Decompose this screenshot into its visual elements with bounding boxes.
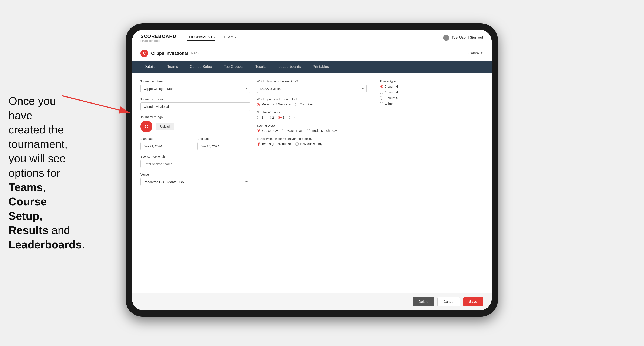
tournament-name-label: Tournament name — [140, 98, 250, 101]
format-type-radio-group: 5 count 4 6 count 4 6 count 5 — [380, 85, 483, 105]
scoring-medal-radio[interactable] — [307, 129, 310, 132]
scoring-match[interactable]: Match Play — [282, 129, 302, 132]
tab-printables[interactable]: Printables — [307, 61, 335, 73]
logo-area: SCOREBOARD Powered by clippd — [140, 34, 176, 42]
user-text[interactable]: Test User | Sign out — [452, 35, 483, 39]
rounds-1-radio[interactable] — [257, 116, 260, 119]
rounds-2[interactable]: 2 — [268, 116, 274, 119]
delete-button[interactable]: Delete — [413, 297, 434, 307]
rounds-4-radio[interactable] — [289, 116, 292, 119]
format-other[interactable]: Other — [380, 102, 483, 105]
scoring-medal[interactable]: Medal Match Play — [307, 129, 337, 132]
tournament-host-label: Tournament Host — [140, 80, 250, 83]
form-col2: Which division is the event for? NCAA Di… — [257, 80, 367, 191]
logo-upload-row: C Upload — [140, 121, 250, 132]
rounds-group: Number of rounds 1 2 — [257, 111, 367, 119]
cancel-button[interactable]: Cancel — [437, 297, 460, 307]
tournament-header: C Clippd Invitational (Men) Cancel X — [132, 46, 492, 61]
scoring-stroke-label: Stroke Play — [262, 129, 278, 132]
format-6count4[interactable]: 6 count 4 — [380, 90, 483, 94]
format-5count4[interactable]: 5 count 4 — [380, 85, 483, 88]
scoring-group: Scoring system Stroke Play Match Play — [257, 124, 367, 132]
rounds-2-radio[interactable] — [268, 116, 271, 119]
upload-button[interactable]: Upload — [156, 123, 174, 130]
scoring-stroke[interactable]: Stroke Play — [257, 129, 278, 132]
tab-results[interactable]: Results — [248, 61, 273, 73]
teams-individuals-radio-group: Teams (+Individuals) Individuals Only — [257, 142, 367, 146]
tab-course-setup[interactable]: Course Setup — [184, 61, 218, 73]
end-date-input[interactable] — [198, 142, 250, 150]
venue-select[interactable]: Peachtree GC - Atlanta - GA — [140, 178, 250, 186]
scoring-stroke-radio[interactable] — [257, 129, 260, 132]
tournament-icon: C — [140, 49, 148, 57]
top-bar: SCOREBOARD Powered by clippd TOURNAMENTS… — [132, 30, 492, 46]
tablet-screen: SCOREBOARD Powered by clippd TOURNAMENTS… — [132, 30, 492, 310]
format-6count4-radio[interactable] — [380, 91, 383, 94]
tournament-name-input[interactable] — [140, 102, 250, 111]
tournament-logo-label: Tournament logo — [140, 115, 250, 119]
gender-womens-label: Womens — [278, 102, 291, 106]
save-button[interactable]: Save — [463, 297, 483, 307]
gender-mens-radio[interactable] — [257, 103, 260, 106]
tab-tee-groups[interactable]: Tee Groups — [218, 61, 248, 73]
format-other-radio[interactable] — [380, 102, 383, 105]
gender-group: Which gender is the event for? Mens Wome… — [257, 98, 367, 106]
format-5count4-radio[interactable] — [380, 85, 383, 88]
individuals-only[interactable]: Individuals Only — [295, 142, 322, 146]
teams-plus-label: Teams (+Individuals) — [262, 142, 291, 146]
sponsor-label: Sponsor (optional) — [140, 155, 250, 158]
gender-mens[interactable]: Mens — [257, 102, 270, 106]
format-type-label: Format type — [380, 80, 483, 83]
teams-plus-radio[interactable] — [257, 142, 260, 146]
cancel-header-button[interactable]: Cancel X — [468, 51, 483, 55]
division-select[interactable]: NCAA Division III — [257, 85, 367, 93]
logo-sub: Powered by clippd — [140, 39, 176, 42]
tournament-host-select[interactable]: Clippd College - Men — [140, 85, 250, 93]
gender-womens[interactable]: Womens — [274, 102, 291, 106]
gender-radio-group: Mens Womens Combined — [257, 102, 367, 106]
gender-combined[interactable]: Combined — [295, 102, 314, 106]
format-5count4-label: 5 count 4 — [385, 85, 398, 88]
instruction-text: Once you have created the tournament, yo… — [0, 85, 90, 261]
tab-details[interactable]: Details — [138, 61, 161, 73]
rounds-3-radio[interactable] — [278, 116, 282, 119]
scoring-match-radio[interactable] — [282, 129, 286, 132]
individuals-only-radio[interactable] — [295, 142, 298, 146]
date-row: Start date End date — [140, 137, 250, 155]
start-date-group: Start date — [140, 137, 193, 150]
nav-tournaments[interactable]: TOURNAMENTS — [187, 35, 215, 41]
gender-womens-radio[interactable] — [274, 103, 277, 106]
tab-leaderboards[interactable]: Leaderboards — [273, 61, 307, 73]
nav-teams[interactable]: TEAMS — [224, 35, 236, 41]
rounds-1[interactable]: 1 — [257, 116, 263, 119]
rounds-3[interactable]: 3 — [278, 116, 284, 119]
scoring-medal-label: Medal Match Play — [312, 129, 337, 132]
tab-teams[interactable]: Teams — [161, 61, 184, 73]
logo-text: SCOREBOARD — [140, 34, 176, 39]
tournament-host-group: Tournament Host Clippd College - Men — [140, 80, 250, 93]
format-6count5[interactable]: 6 count 5 — [380, 96, 483, 100]
gender-combined-label: Combined — [300, 102, 314, 106]
format-6count5-radio[interactable] — [380, 96, 383, 100]
scoring-match-label: Match Play — [287, 129, 302, 132]
logo-circle: C — [140, 121, 152, 132]
venue-label: Venue — [140, 173, 250, 176]
rounds-4-label: 4 — [294, 116, 296, 119]
form-col3: Format type 5 count 4 6 count 4 — [373, 80, 483, 191]
venue-group: Venue Peachtree GC - Atlanta - GA — [140, 173, 250, 186]
rounds-4[interactable]: 4 — [289, 116, 296, 119]
sponsor-group: Sponsor (optional) — [140, 155, 250, 168]
format-type-group: Format type 5 count 4 6 count 4 — [380, 80, 483, 105]
rounds-2-label: 2 — [272, 116, 274, 119]
gender-combined-radio[interactable] — [295, 103, 298, 106]
rounds-3-label: 3 — [283, 116, 284, 119]
sponsor-input[interactable] — [140, 160, 250, 168]
form-area: Tournament Host Clippd College - Men Tou… — [132, 73, 492, 293]
format-6count4-label: 6 count 4 — [385, 90, 398, 94]
teams-individuals-label: Is this event for Teams and/or Individua… — [257, 137, 367, 141]
tournament-logo-group: Tournament logo C Upload — [140, 115, 250, 132]
start-date-input[interactable] — [140, 142, 193, 150]
user-area: Test User | Sign out — [443, 35, 483, 41]
teams-plus-individuals[interactable]: Teams (+Individuals) — [257, 142, 291, 146]
rounds-1-label: 1 — [262, 116, 263, 119]
